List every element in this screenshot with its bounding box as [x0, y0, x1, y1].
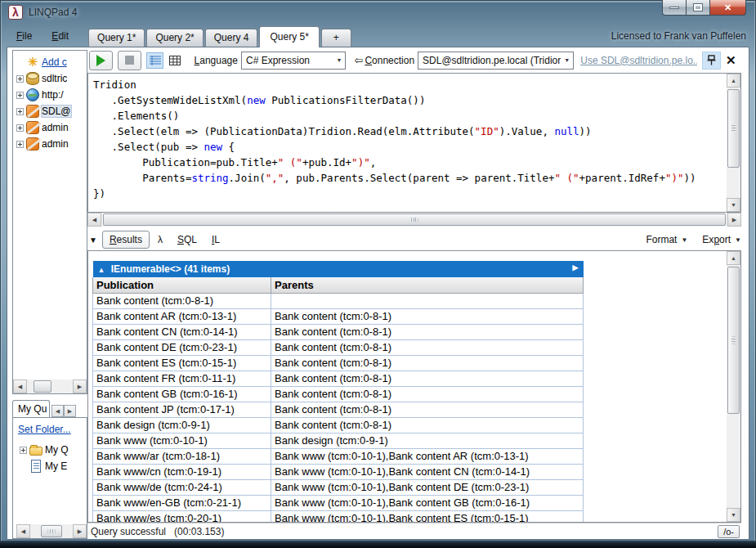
query-tab[interactable]: Query 1* — [88, 29, 145, 47]
table-row[interactable]: Bank content ES (tcm:0-15-1)Bank content… — [93, 355, 584, 371]
table-row[interactable]: Bank content DE (tcm:0-23-1)Bank content… — [93, 339, 584, 355]
code-line[interactable]: .Elements() — [93, 108, 727, 124]
expand-plus-icon[interactable] — [16, 92, 24, 99]
table-row[interactable]: Bank www/ar (tcm:0-18-1)Bank www (tcm:0-… — [93, 448, 584, 464]
table-row[interactable]: Bank design (tcm:0-9-1)Bank content (tcm… — [93, 417, 584, 433]
results-vscrollbar[interactable]: ▲ ▼ — [727, 251, 740, 522]
table-cell: Bank content (tcm:0-8-1) — [271, 308, 584, 324]
table-title-bar[interactable]: ▲ IEnumerable<> (41 items) ▶ — [93, 261, 584, 277]
expand-plus-icon[interactable] — [20, 447, 27, 454]
schema-hscrollbar[interactable]: ◀ ▶ — [13, 380, 87, 393]
tree-item[interactable]: ✳Add c — [13, 54, 87, 70]
tab-lambda[interactable]: λ — [151, 231, 169, 248]
tree-item[interactable]: SDL@ — [13, 103, 87, 119]
collapse-icon[interactable]: ▲ — [98, 266, 105, 274]
expand-plus-icon[interactable] — [16, 141, 24, 148]
tree-item[interactable]: My E — [16, 458, 87, 474]
code-line[interactable]: Tridion — [93, 77, 727, 92]
tab-scroll-right-icon[interactable]: ▶ — [64, 405, 76, 417]
tree-item[interactable]: admin — [13, 136, 87, 152]
table-row[interactable]: Bank www (tcm:0-10-1)Bank design (tcm:0-… — [93, 433, 584, 448]
tree-item[interactable]: sdltric — [13, 70, 87, 87]
table-row[interactable]: Bank content FR (tcm:0-11-1)Bank content… — [93, 371, 584, 386]
table-row[interactable]: Bank content AR (tcm:0-13-1)Bank content… — [93, 308, 584, 324]
table-row[interactable]: Bank www/de (tcm:0-24-1)Bank www (tcm:0-… — [93, 479, 584, 495]
new-query-tab[interactable]: + — [321, 29, 351, 47]
code-line[interactable]: Publication=pub.Title+" ("+pub.Id+")", — [93, 155, 727, 170]
scroll-up-icon[interactable]: ▲ — [727, 74, 740, 88]
code-line[interactable]: }) — [93, 186, 727, 201]
code-editor-content[interactable]: Tridion .GetSystemWideListXml(new Public… — [88, 74, 727, 212]
table-row[interactable]: Bank www/en-GB (tcm:0-21-1)Bank www (tcm… — [93, 495, 584, 510]
expand-plus-icon[interactable] — [16, 124, 24, 132]
restore-button[interactable] — [687, 0, 709, 16]
scroll-thumb[interactable] — [34, 380, 51, 393]
pin-button[interactable] — [702, 52, 721, 70]
tab-results[interactable]: Results — [102, 231, 150, 249]
execute-button[interactable] — [89, 51, 113, 70]
expand-plus-icon[interactable] — [16, 75, 24, 83]
scroll-left-icon[interactable]: ◀ — [87, 213, 101, 227]
tree-item-label[interactable]: Add c — [42, 56, 67, 68]
export-menu[interactable]: Export▼ — [702, 234, 741, 245]
tridion-icon — [26, 105, 39, 118]
expand-plus-icon[interactable] — [16, 108, 24, 115]
minimize-button[interactable] — [662, 0, 687, 16]
my-queries-hscrollbar[interactable]: ◀ ▶ — [16, 524, 87, 538]
use-connection-link[interactable]: Use SDL@sdltridion.pe.lo... — [580, 55, 696, 66]
tree-item[interactable]: admin — [13, 119, 87, 136]
scroll-left-icon[interactable]: ◀ — [16, 524, 30, 538]
scroll-thumb[interactable] — [727, 267, 740, 414]
scroll-right-icon[interactable]: ▶ — [727, 213, 741, 227]
tree-item[interactable]: My Q — [16, 442, 87, 458]
scroll-thumb[interactable] — [103, 213, 726, 226]
data-grid-results-button[interactable] — [166, 52, 183, 69]
scroll-left-icon[interactable]: ◀ — [13, 380, 27, 393]
query-tab[interactable]: Query 2* — [146, 29, 203, 47]
table-row[interactable]: Bank content (tcm:0-8-1) — [93, 293, 584, 308]
table-row[interactable]: Bank www/es (tcm:0-20-1)Bank www (tcm:0-… — [93, 510, 584, 522]
title-bar[interactable]: λ LINQPad 4 ✕ — [0, 0, 756, 25]
tree-item[interactable]: http:/ — [13, 87, 87, 103]
scroll-thumb[interactable] — [727, 89, 740, 168]
table-column-headers[interactable]: Publication Parents — [93, 277, 584, 293]
scroll-down-icon[interactable]: ▼ — [727, 508, 740, 522]
menu-file[interactable]: File — [7, 27, 42, 47]
stop-button[interactable] — [118, 51, 141, 70]
scroll-right-icon[interactable]: ▶ — [73, 380, 87, 393]
set-folder-link[interactable]: Set Folder... — [18, 424, 87, 435]
column-parents[interactable]: Parents — [271, 277, 584, 293]
query-tab[interactable]: Query 4 — [205, 29, 258, 47]
query-tab[interactable]: Query 5* — [259, 26, 319, 47]
menu-edit[interactable]: Edit — [42, 27, 78, 47]
table-row[interactable]: Bank content GB (tcm:0-16-1)Bank content… — [93, 386, 584, 402]
expand-right-icon[interactable]: ▶ — [573, 263, 579, 272]
code-line[interactable]: .Select(pub => new { — [93, 139, 727, 155]
code-line[interactable]: .GetSystemWideListXml(new PublicationsFi… — [93, 92, 727, 108]
code-line[interactable]: Parents=string.Join(",", pub.Parents.Sel… — [93, 170, 727, 186]
scroll-down-icon[interactable]: ▼ — [727, 198, 740, 212]
table-row[interactable]: Bank www/cn (tcm:0-19-1)Bank www (tcm:0-… — [93, 464, 584, 479]
code-editor[interactable]: Tridion .GetSystemWideListXml(new Public… — [87, 73, 741, 213]
collapse-results-icon[interactable]: ▼ — [89, 236, 97, 245]
editor-hscrollbar[interactable]: ◀ ▶ — [87, 213, 741, 227]
scroll-up-icon[interactable]: ▲ — [727, 251, 740, 265]
column-publication[interactable]: Publication — [93, 277, 271, 293]
connection-select[interactable]: SDL@sdltridion.pe.local (Tridior ▼ — [418, 52, 574, 70]
scroll-right-icon[interactable]: ▶ — [73, 524, 87, 538]
tab-my-queries[interactable]: My Qu — [12, 400, 50, 417]
editor-vscrollbar[interactable]: ▲ ▼ — [727, 74, 740, 212]
code-line[interactable]: .Select(elm => (PublicationData)Tridion.… — [93, 124, 727, 139]
language-select[interactable]: C# Expression ▼ — [241, 52, 347, 70]
tab-scroll-left-icon[interactable]: ◀ — [51, 405, 64, 417]
tab-il[interactable]: IL — [205, 231, 226, 248]
tab-sql[interactable]: SQL — [171, 231, 204, 248]
scroll-thumb[interactable] — [41, 525, 62, 537]
format-menu[interactable]: Format▼ — [646, 234, 687, 245]
table-row[interactable]: Bank content CN (tcm:0-14-1)Bank content… — [93, 324, 584, 339]
rich-text-results-button[interactable] — [146, 52, 163, 69]
close-query-panel-button[interactable]: ✕ — [722, 52, 740, 70]
table-row[interactable]: Bank content JP (tcm:0-17-1)Bank content… — [93, 402, 584, 417]
results-font-toggle-button[interactable]: /o- — [718, 525, 740, 538]
close-button[interactable]: ✕ — [709, 0, 746, 16]
